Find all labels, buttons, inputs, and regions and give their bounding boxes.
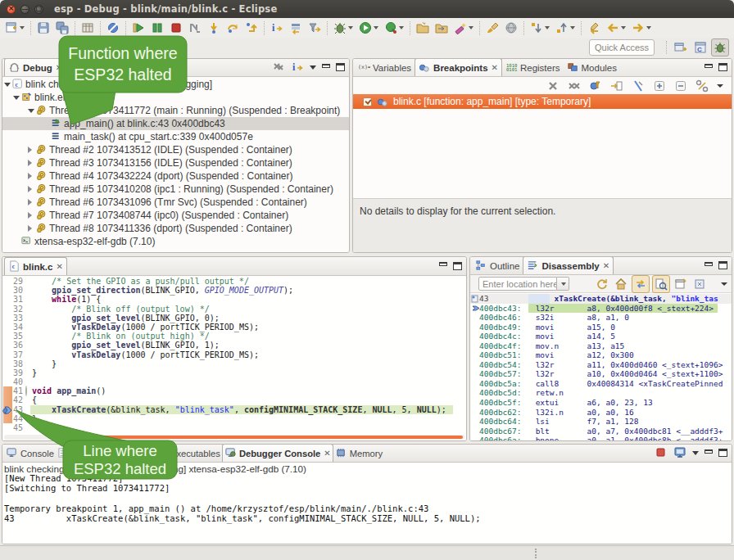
expand-arrow-icon[interactable] (28, 199, 32, 205)
open-perspective-button[interactable] (672, 38, 690, 56)
instruction-stepping-icon[interactable]: i (269, 19, 285, 37)
window-maximize-button[interactable]: ▢ (34, 5, 43, 14)
debug-tree-row[interactable]: Thread #8 1073411336 (dport) (Suspended … (2, 222, 349, 235)
use-step-filters-icon[interactable] (306, 19, 323, 37)
debug-tree-row[interactable]: main_task() at cpu_start.c:339 0x400d057… (2, 130, 349, 143)
run-icon[interactable] (357, 19, 380, 37)
vars-tab-breakpoints[interactable]: Breakpoints✕ (415, 58, 502, 76)
refresh-icon[interactable] (594, 275, 610, 293)
tab-close-icon[interactable]: ✕ (56, 63, 62, 72)
console-tab-tasks[interactable]: Tasks (56, 445, 97, 462)
tab-close-icon[interactable]: ✕ (603, 261, 609, 270)
link-with-debug-view-icon[interactable] (695, 79, 709, 93)
vars-tab-modules[interactable]: Modules (564, 59, 620, 76)
step-into-icon[interactable] (206, 19, 222, 37)
console-tab-debugger-console[interactable]: Debugger Console✕ (222, 444, 333, 462)
maximize-button[interactable] (336, 63, 345, 71)
tab-close-icon[interactable]: ✕ (324, 449, 330, 458)
minimize-button[interactable] (322, 67, 330, 68)
breakpoint-checkbox[interactable] (363, 97, 372, 106)
console-output[interactable]: blink checking [GDB Hardware Debugging] … (2, 463, 732, 544)
open-project-icon[interactable] (433, 19, 450, 37)
cpp-perspective-button[interactable]: C (691, 38, 709, 56)
step-over-icon[interactable] (224, 19, 241, 37)
minimize-button[interactable] (705, 67, 713, 68)
new-wizard-dropdown[interactable] (20, 26, 25, 29)
profile-dropdown[interactable] (399, 26, 404, 29)
next-annotation-dropdown[interactable] (545, 26, 550, 29)
view-menu-button[interactable] (692, 451, 699, 455)
last-edit-location-icon[interactable] (586, 19, 602, 37)
new-view-icon[interactable] (673, 275, 689, 293)
console-tab-memory[interactable]: Memory (333, 445, 384, 462)
debug-dropdown[interactable] (348, 26, 353, 29)
collapse-arrow-icon[interactable] (4, 83, 11, 87)
display-selected-console-button[interactable] (673, 446, 686, 459)
breakpoint-item[interactable]: blink.c [function: app_main] [type: Temp… (353, 94, 732, 109)
window-close-button[interactable]: ✕ (7, 5, 16, 14)
show-source-icon[interactable] (652, 275, 670, 293)
expand-arrow-icon[interactable] (28, 186, 32, 192)
new-wizard-icon[interactable] (3, 19, 26, 37)
maximize-button[interactable] (718, 261, 727, 269)
forward-icon[interactable] (630, 19, 653, 37)
instruction-stepping-mode-button[interactable]: i (291, 61, 304, 74)
debug-tab-debug[interactable]: Debug✕ (4, 58, 66, 76)
debug-icon[interactable] (332, 19, 355, 37)
back-icon[interactable] (605, 19, 628, 37)
disasm-tab-disassembly[interactable]: Disassembly✕ (523, 256, 614, 274)
expand-arrow-icon[interactable] (28, 160, 32, 166)
forward-dropdown[interactable] (646, 26, 651, 29)
debug-tree-row[interactable]: app_main() at blink.c:43 0x400dbc43 (2, 117, 349, 130)
terminate-icon[interactable] (168, 19, 184, 37)
disconnect-icon[interactable] (187, 19, 203, 37)
maximize-button[interactable] (718, 449, 727, 457)
next-annotation-icon[interactable] (528, 19, 551, 37)
view-menu-button[interactable] (719, 275, 729, 293)
collapse-arrow-icon[interactable] (28, 109, 34, 113)
minimize-button[interactable] (705, 453, 713, 454)
remove-all-terminated-button[interactable] (272, 61, 285, 74)
show-breakpoints-supported-icon[interactable] (588, 79, 603, 93)
code-editor[interactable]: 29 /* Set the GPIO as a push/pull output… (2, 277, 466, 440)
location-input[interactable]: Enter location here (478, 277, 557, 291)
debug-tree-row[interactable]: cblink checking [GDB Hardware Debugging] (2, 78, 349, 91)
new-project-icon[interactable] (415, 19, 431, 37)
disasm-tab-outline[interactable]: Outline (472, 257, 523, 274)
location-dropdown-button[interactable] (557, 277, 569, 291)
maximize-button[interactable] (453, 262, 462, 270)
collapse-arrow-icon[interactable] (13, 96, 20, 100)
debug-perspective-button[interactable] (711, 38, 729, 56)
profile-icon[interactable] (383, 19, 406, 37)
world-icon[interactable] (503, 19, 519, 37)
expand-arrow-icon[interactable] (28, 212, 32, 219)
debug-tree-row[interactable]: Thread #7 1073408744 (ipc0) (Suspended :… (2, 209, 349, 222)
debug-tree-row[interactable]: xtensa-esp32-elf-gdb (7.10) (2, 235, 349, 248)
back-dropdown[interactable] (621, 26, 626, 29)
external-tools-dropdown[interactable] (469, 26, 473, 29)
suspend-icon[interactable] (149, 19, 165, 37)
terminate-button[interactable] (655, 446, 668, 459)
debug-tree-row[interactable]: Thread #5 1073410208 (ipc1 : Running) (S… (2, 183, 349, 196)
console-tab-console[interactable]: Console (4, 445, 56, 462)
remove-all-breakpoints-icon[interactable] (567, 79, 582, 93)
external-tools-icon[interactable] (452, 19, 475, 37)
sync-with-active-debug-context-icon[interactable] (632, 275, 650, 293)
resume-icon[interactable] (130, 19, 147, 37)
remove-selected-breakpoints-icon[interactable] (546, 79, 560, 93)
previous-annotation-icon[interactable] (554, 19, 577, 37)
console-tab-executables[interactable]: Executables (154, 445, 222, 462)
debug-tree-row[interactable]: Thread #3 1073413156 (IDLE) (Suspended :… (2, 156, 349, 169)
expand-arrow-icon[interactable] (28, 173, 32, 179)
scrollbar-thumb[interactable] (52, 436, 463, 439)
goto-file-for-breakpoint-icon[interactable] (609, 79, 624, 93)
vars-tab-variables[interactable]: (x)=Variables (355, 59, 415, 76)
debug-tree-row[interactable]: blink.elf (2, 91, 349, 104)
window-minimize-button[interactable]: — (20, 5, 29, 14)
drop-to-frame-icon[interactable] (288, 19, 304, 37)
console-tab-problems[interactable]: Problems (97, 445, 154, 462)
save-icon[interactable] (35, 19, 52, 37)
save-all-icon[interactable] (54, 19, 70, 37)
step-return-icon[interactable] (243, 19, 260, 37)
tab-close-icon[interactable]: ✕ (492, 63, 498, 72)
